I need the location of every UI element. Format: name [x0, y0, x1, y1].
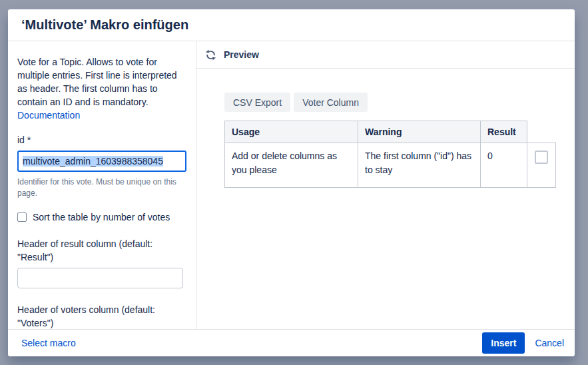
sort-votes-checkbox-row[interactable]: Sort the table by number of votes	[17, 212, 186, 222]
cell-result: 0	[481, 143, 527, 188]
macro-description-text: Vote for a Topic. Allows to vote for mul…	[17, 57, 177, 107]
sort-votes-checkbox[interactable]	[17, 212, 27, 222]
preview-panel: Preview CSV Export Voter Column Usage Wa…	[196, 41, 575, 329]
preview-title: Preview	[224, 49, 259, 60]
documentation-link[interactable]: Documentation	[17, 110, 80, 121]
table-header-row: Usage Warning Result	[225, 121, 556, 143]
select-macro-link[interactable]: Select macro	[21, 338, 76, 348]
preview-header: Preview	[196, 41, 575, 69]
insert-button[interactable]: Insert	[482, 332, 525, 354]
cancel-button[interactable]: Cancel	[535, 338, 564, 348]
column-header-vote-spacer	[527, 121, 556, 143]
result-header-label: Header of result column (default: "Resul…	[17, 237, 186, 264]
column-header-result: Result	[481, 121, 527, 143]
cell-usage: Add or delete columns as you please	[225, 143, 358, 188]
voter-column-button[interactable]: Voter Column	[294, 93, 368, 112]
cell-warning: The first column ("id") has to stay	[358, 143, 481, 188]
table-row: Add or delete columns as you please The …	[225, 143, 556, 188]
page-title: ‘Multivote’ Makro einfügen	[21, 17, 188, 33]
csv-export-button[interactable]: CSV Export	[224, 93, 290, 112]
column-header-warning: Warning	[358, 121, 481, 143]
id-field-label: id *	[17, 133, 186, 147]
preview-table: Usage Warning Result Add or delete colum…	[224, 121, 556, 188]
macro-description: Vote for a Topic. Allows to vote for mul…	[17, 55, 188, 122]
preview-content: CSV Export Voter Column Usage Warning Re…	[196, 69, 575, 188]
dialog-body: Vote for a Topic. Allows to vote for mul…	[8, 41, 575, 329]
dialog-footer: Select macro Insert Cancel	[8, 329, 575, 356]
preview-button-row: CSV Export Voter Column	[224, 93, 575, 112]
cell-vote	[527, 143, 556, 188]
column-header-usage: Usage	[225, 121, 358, 143]
refresh-icon[interactable]	[205, 49, 216, 61]
dialog-header: ‘Multivote’ Makro einfügen	[8, 9, 575, 41]
macro-settings-panel: Vote for a Topic. Allows to vote for mul…	[8, 41, 196, 329]
insert-macro-dialog: ‘Multivote’ Makro einfügen Vote for a To…	[8, 9, 575, 356]
id-input-selected-text: multivote_admin_1603988358045	[23, 156, 163, 167]
result-header-input[interactable]	[17, 268, 183, 288]
id-help-text: Identifier for this vote. Must be unique…	[17, 177, 185, 199]
id-input[interactable]: multivote_admin_1603988358045	[17, 151, 186, 172]
voters-header-label: Header of voters column (default: "Voter…	[17, 303, 186, 329]
vote-checkbox[interactable]	[535, 151, 548, 164]
sort-votes-checkbox-label: Sort the table by number of votes	[33, 212, 170, 222]
